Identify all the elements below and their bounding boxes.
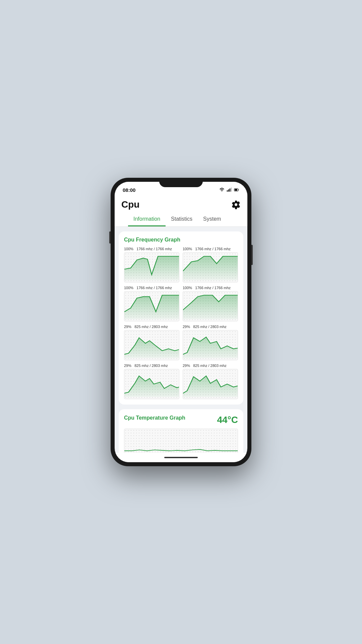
freq-item-5: 29% 825 mhz / 2803 mhz — [124, 325, 179, 360]
tab-statistics[interactable]: Statistics — [166, 213, 198, 226]
temp-graph — [124, 429, 238, 453]
freq-item-6: 29% 825 mhz / 2803 mhz — [183, 325, 238, 360]
signal-icon — [227, 187, 232, 193]
graph-6 — [183, 330, 238, 360]
svg-marker-6 — [124, 256, 179, 280]
freq-item-4: 100% 1766 mhz / 1766 mhz — [183, 286, 238, 321]
freq-label-7: 29% 825 mhz / 2803 mhz — [124, 364, 179, 368]
notch — [159, 178, 203, 187]
freq-item-3: 100% 1766 mhz / 1766 mhz — [124, 286, 179, 321]
freq-grid: 100% 1766 mhz / 1766 mhz — [124, 247, 238, 399]
freq-card-title: Cpu Frequency Graph — [124, 237, 238, 243]
freq-label-3: 100% 1766 mhz / 1766 mhz — [124, 286, 179, 290]
svg-rect-3 — [231, 187, 232, 192]
tab-information[interactable]: Information — [128, 213, 166, 226]
svg-rect-5 — [235, 189, 237, 191]
home-indicator — [164, 457, 198, 458]
tab-bar: Information Statistics System — [121, 213, 241, 226]
freq-label-4: 100% 1766 mhz / 1766 mhz — [183, 286, 238, 290]
graph-1 — [124, 252, 179, 282]
freq-label-1: 100% 1766 mhz / 1766 mhz — [124, 247, 179, 251]
freq-label-2: 100% 1766 mhz / 1766 mhz — [183, 247, 238, 251]
tab-system[interactable]: System — [198, 213, 226, 226]
wifi-icon — [219, 187, 225, 193]
freq-item-8: 29% 825 mhz / 2803 mhz — [183, 364, 238, 399]
power-button — [251, 245, 253, 265]
freq-item-1: 100% 1766 mhz / 1766 mhz — [124, 247, 179, 282]
settings-icon[interactable] — [231, 200, 241, 209]
graph-2 — [183, 252, 238, 282]
graph-5 — [124, 330, 179, 360]
svg-marker-8 — [124, 295, 179, 319]
graph-7 — [124, 369, 179, 399]
status-time: 08:00 — [123, 187, 135, 193]
volume-button — [109, 231, 111, 244]
status-icons — [219, 187, 239, 193]
svg-rect-2 — [230, 189, 231, 192]
graph-8 — [183, 369, 238, 399]
temp-value: 44°C — [217, 415, 238, 425]
graph-4 — [183, 291, 238, 321]
svg-marker-9 — [183, 295, 238, 319]
freq-item-2: 100% 1766 mhz / 1766 mhz — [183, 247, 238, 282]
freq-label-8: 29% 825 mhz / 2803 mhz — [183, 364, 238, 368]
phone-screen: 08:00 — [115, 182, 247, 462]
svg-marker-13 — [183, 376, 238, 397]
page-title: Cpu — [121, 199, 139, 210]
phone-frame: 08:00 — [111, 178, 251, 466]
temp-card: Cpu Temperature Graph 44°C — [119, 409, 243, 453]
svg-marker-7 — [183, 256, 238, 280]
freq-label-5: 29% 825 mhz / 2803 mhz — [124, 325, 179, 329]
bottom-bar — [115, 453, 247, 462]
svg-marker-11 — [183, 337, 238, 358]
temp-header: Cpu Temperature Graph 44°C — [124, 415, 238, 425]
battery-icon — [234, 187, 239, 193]
svg-rect-0 — [227, 190, 228, 192]
freq-card: Cpu Frequency Graph 100% 1766 mhz / 1766… — [119, 231, 243, 405]
app-header: Cpu Information Statistics System — [115, 197, 247, 226]
freq-label-6: 29% 825 mhz / 2803 mhz — [183, 325, 238, 329]
svg-rect-1 — [228, 190, 229, 192]
temp-card-title: Cpu Temperature Graph — [124, 415, 185, 421]
freq-item-7: 29% 825 mhz / 2803 mhz — [124, 364, 179, 399]
graph-3 — [124, 291, 179, 321]
scroll-content: Cpu Frequency Graph 100% 1766 mhz / 1766… — [115, 227, 247, 453]
